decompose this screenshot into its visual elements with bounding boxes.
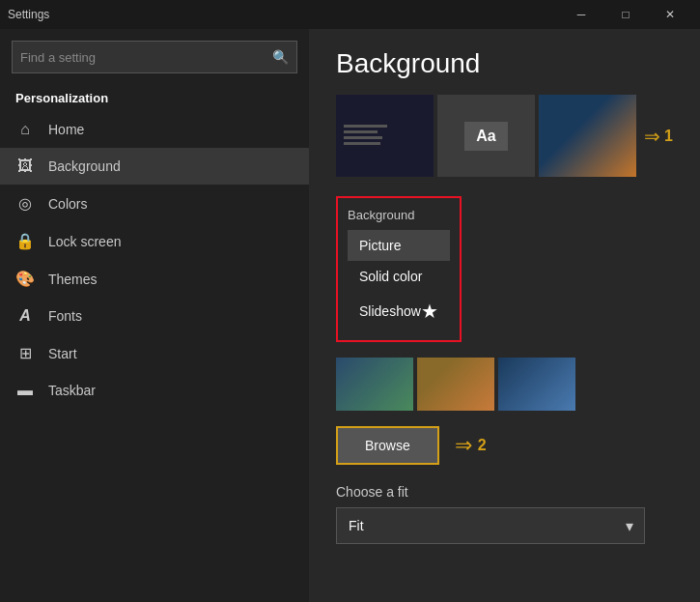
fit-select-wrapper: Fill Fit Stretch Tile Center Span	[336, 507, 645, 544]
dropdown-option-slideshow[interactable]: Slideshow ★	[348, 292, 450, 330]
minimize-button[interactable]: ─	[559, 0, 603, 29]
sidebar-item-themes[interactable]: 🎨 Themes	[0, 260, 309, 298]
line-1	[344, 125, 387, 128]
titlebar: Settings ─ □ ✕	[0, 0, 700, 29]
bg-section-label: Background	[348, 208, 450, 222]
background-icon: 🖼	[15, 158, 35, 175]
sidebar-item-taskbar[interactable]: ▬ Taskbar	[0, 372, 309, 409]
wallpaper-preview-1[interactable]	[336, 95, 434, 177]
browse-row: Browse ⇒ 2	[336, 426, 673, 465]
sidebar-label-background: Background	[48, 158, 121, 174]
search-input[interactable]	[20, 50, 272, 65]
colors-icon: ◎	[15, 194, 35, 213]
close-button[interactable]: ✕	[648, 0, 692, 29]
sidebar-label-lockscreen: Lock screen	[48, 234, 121, 249]
wallpaper-preview-3[interactable]	[539, 95, 636, 177]
annotation-1-arrow: ⇒	[644, 125, 660, 148]
sidebar-item-lockscreen[interactable]: 🔒 Lock screen	[0, 222, 309, 260]
preview-images: Aa	[336, 95, 636, 177]
maximize-button[interactable]: □	[603, 0, 648, 29]
star-icon: ★	[421, 300, 438, 323]
sidebar-label-themes: Themes	[48, 272, 98, 287]
line-2	[344, 130, 378, 133]
sidebar-item-background[interactable]: 🖼 Background	[0, 148, 309, 185]
choose-fit-label: Choose a fit	[336, 484, 673, 500]
preview-lines	[336, 117, 395, 156]
app-title: Settings	[8, 8, 49, 21]
fonts-icon: A	[15, 307, 35, 325]
start-icon: ⊞	[15, 344, 35, 362]
annotation-2-group: ⇒ 2	[455, 433, 487, 458]
section-label: Personalization	[0, 81, 309, 111]
preview-aa-label: Aa	[464, 122, 507, 151]
dropdown-option-solidcolor[interactable]: Solid color	[348, 261, 450, 292]
sidebar: 🔍 Personalization ⌂ Home 🖼 Background ◎ …	[0, 29, 309, 602]
fit-select[interactable]: Fill Fit Stretch Tile Center Span	[336, 507, 645, 544]
search-icon: 🔍	[272, 49, 289, 65]
line-4	[344, 142, 380, 145]
sidebar-item-home[interactable]: ⌂ Home	[0, 111, 309, 148]
taskbar-icon: ▬	[15, 382, 35, 399]
app-body: 🔍 Personalization ⌂ Home 🖼 Background ◎ …	[0, 29, 700, 602]
annotation-2-arrow: ⇒	[455, 433, 472, 458]
background-dropdown-section: Background Picture Solid color Slideshow…	[336, 196, 462, 342]
themes-icon: 🎨	[15, 270, 35, 288]
lock-icon: 🔒	[15, 232, 35, 250]
page-title: Background	[336, 48, 673, 79]
annotation-1-number: 1	[664, 128, 673, 145]
line-3	[344, 136, 382, 139]
sidebar-label-home: Home	[48, 122, 84, 137]
browse-button[interactable]: Browse	[336, 426, 439, 465]
preview-section: Aa ⇒ 1	[336, 95, 673, 177]
dropdown-option-picture[interactable]: Picture	[348, 230, 450, 261]
sidebar-label-start: Start	[48, 346, 77, 361]
sidebar-item-start[interactable]: ⊞ Start	[0, 334, 309, 372]
annotation-2-number: 2	[478, 437, 487, 454]
home-icon: ⌂	[15, 121, 35, 138]
thumbnail-3[interactable]	[498, 358, 575, 411]
sidebar-item-fonts[interactable]: A Fonts	[0, 298, 309, 334]
annotation-1-group: ⇒ 1	[644, 125, 673, 148]
thumbnail-1[interactable]	[336, 358, 413, 411]
search-box[interactable]: 🔍	[12, 41, 297, 73]
sidebar-item-colors[interactable]: ◎ Colors	[0, 185, 309, 222]
content-area: Background Aa ⇒ 1	[309, 29, 700, 602]
wallpaper-preview-2[interactable]: Aa	[437, 95, 535, 177]
sidebar-label-fonts: Fonts	[48, 308, 82, 324]
window-controls: ─ □ ✕	[559, 0, 692, 29]
sidebar-label-colors: Colors	[48, 196, 87, 212]
sidebar-label-taskbar: Taskbar	[48, 383, 96, 398]
thumbnail-row	[336, 358, 673, 411]
thumbnail-2[interactable]	[417, 358, 494, 411]
